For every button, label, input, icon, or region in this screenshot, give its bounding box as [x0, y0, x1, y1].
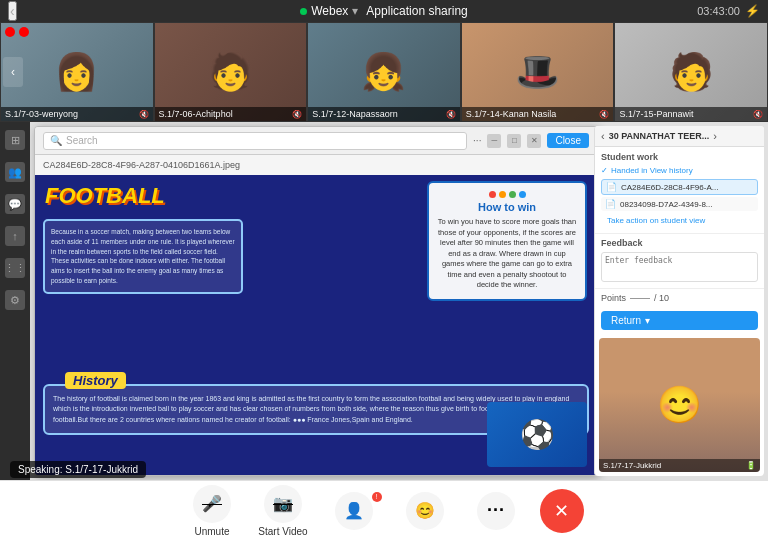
- jukkrid-video-thumb: 😊 S.1/7-17-Jukkrid 🔋: [599, 338, 760, 472]
- points-label: Points: [601, 293, 626, 303]
- more-button-container: ···: [469, 492, 524, 530]
- student-nav: ‹ 30 PANNATHAT TEER... ›: [601, 130, 717, 142]
- search-placeholder: Search: [66, 135, 98, 146]
- end-call-button[interactable]: ✕: [540, 489, 584, 533]
- sidebar-apps-icon[interactable]: ⋮⋮: [5, 258, 25, 278]
- participant-badge: !: [372, 492, 382, 502]
- participants-icon: 👤: [344, 501, 364, 520]
- student-work-label: Student work: [601, 152, 758, 162]
- sidebar-settings-icon[interactable]: ⚙: [5, 290, 25, 310]
- dot-blue: [519, 191, 526, 198]
- how-to-win-box: How to win To win you have to score more…: [427, 181, 587, 301]
- right-panel: ‹ 30 PANNATHAT TEER... › Student work ✓ …: [594, 126, 764, 476]
- student-work-section: Student work ✓ Handed in View history 📄 …: [595, 147, 764, 234]
- video-thumb-3[interactable]: 👧 S.1/7-12-Napassaorn 🔇: [307, 22, 461, 122]
- more-dots-icon: ···: [487, 500, 505, 521]
- mute-icon-1: 🔇: [139, 110, 149, 119]
- points-total: / 10: [654, 293, 669, 303]
- meeting-timer: 03:43:00: [697, 5, 740, 17]
- left-sidebar: ⊞ 👥 💬 ↑ ⋮⋮ ⚙: [0, 122, 30, 480]
- how-to-win-text: To win you have to score more goals than…: [437, 217, 577, 291]
- file-icon-1: 📄: [606, 182, 617, 192]
- participant-5-label: S.1/7-15-Pannawit 🔇: [615, 107, 767, 121]
- jukkrid-battery-icon: 🔋: [746, 461, 756, 470]
- assignment-area: 🔍 Search ··· ─ □ ✕ Close CA284E6D-28C8-4…: [30, 122, 768, 480]
- window-menu-dots[interactable]: ···: [473, 135, 481, 146]
- dot-green: [509, 191, 516, 198]
- mute-icon-4: 🔇: [599, 110, 609, 119]
- next-student-button[interactable]: ›: [713, 130, 717, 142]
- video-strip: ‹ 👩 S.1/7-03-wenyong 🔇 🧑 S.1/7-06-Achitp…: [0, 22, 768, 122]
- history-label: History: [65, 372, 126, 389]
- check-icon: ✓: [601, 166, 608, 175]
- participant-4-avatar: 🎩: [515, 51, 560, 93]
- start-video-button[interactable]: 📷: [264, 485, 302, 523]
- sidebar-home-icon[interactable]: ⊞: [5, 130, 25, 150]
- search-icon: 🔍: [50, 135, 62, 146]
- participant-2-avatar: 🧑: [208, 51, 253, 93]
- participants-button-container: 👤 !: [327, 492, 382, 530]
- start-video-button-container: 📷 Start Video: [256, 485, 311, 537]
- top-bar: ‹ Webex ▾ Application sharing 03:43:00 ⚡: [0, 0, 768, 22]
- participant-5-avatar: 🧑: [669, 51, 714, 93]
- participant-1-avatar: 👩: [54, 51, 99, 93]
- record-dot2: [19, 27, 29, 37]
- participant-3-label: S.1/7-12-Napassaorn 🔇: [308, 107, 460, 121]
- webex-status-dot: [300, 8, 307, 15]
- take-action-link[interactable]: Take action on student view: [601, 213, 758, 228]
- video-thumb-4[interactable]: 🎩 S.1/7-14-Kanan Nasila 🔇: [461, 22, 615, 122]
- speaking-label: Speaking: S.1/7-17-Jukkrid: [10, 461, 146, 478]
- video-thumb-1[interactable]: ‹ 👩 S.1/7-03-wenyong 🔇: [0, 22, 154, 122]
- participant-3-avatar: 👧: [361, 51, 406, 93]
- start-video-label: Start Video: [258, 526, 307, 537]
- unmute-button[interactable]: 🎤: [193, 485, 231, 523]
- reactions-icon: 😊: [415, 501, 435, 520]
- video-thumb-5[interactable]: 🧑 S.1/7-15-Pannawit 🔇: [614, 22, 768, 122]
- sidebar-chat-icon[interactable]: 💬: [5, 194, 25, 214]
- jukkrid-face: 😊: [599, 338, 760, 472]
- webex-label: Webex ▾: [300, 4, 358, 18]
- file-item-2[interactable]: 📄 08234098-D7A2-4349-8...: [601, 197, 758, 211]
- more-button[interactable]: ···: [477, 492, 515, 530]
- maximize-button[interactable]: □: [507, 134, 521, 148]
- how-to-win-title: How to win: [437, 201, 577, 213]
- unmute-label: Unmute: [194, 526, 229, 537]
- video-thumb-2[interactable]: 🧑 S.1/7-06-Achitphol 🔇: [154, 22, 308, 122]
- mute-icon-2: 🔇: [292, 110, 302, 119]
- football-image: ⚽: [487, 402, 587, 467]
- mute-icon-3: 🔇: [446, 110, 456, 119]
- assignment-window: 🔍 Search ··· ─ □ ✕ Close CA284E6D-28C8-4…: [34, 126, 598, 476]
- right-panel-header: ‹ 30 PANNATHAT TEER... ›: [595, 126, 764, 147]
- main-area: ⊞ 👥 💬 ↑ ⋮⋮ ⚙ 🔍 Search ··· ─ □ ✕ Close CA…: [0, 122, 768, 480]
- feedback-section: Feedback: [595, 234, 764, 289]
- prev-student-button[interactable]: ‹: [601, 130, 605, 142]
- participants-button[interactable]: 👤 !: [335, 492, 373, 530]
- viewed-label: ✓ Handed in View history: [601, 166, 758, 175]
- webex-text: Webex: [311, 4, 348, 18]
- assignment-titlebar: 🔍 Search ··· ─ □ ✕ Close: [35, 127, 597, 155]
- mute-icon-5: 🔇: [753, 110, 763, 119]
- record-dot: [5, 27, 15, 37]
- back-button[interactable]: ‹: [8, 1, 17, 21]
- webex-dropdown-icon[interactable]: ▾: [352, 4, 358, 18]
- sidebar-people-icon[interactable]: 👥: [5, 162, 25, 182]
- return-button[interactable]: Return ▾: [601, 311, 758, 330]
- close-share-button[interactable]: Close: [547, 133, 589, 148]
- sidebar-share-icon[interactable]: ↑: [5, 226, 25, 246]
- file-icon-2: 📄: [605, 199, 616, 209]
- video-nav-left[interactable]: ‹: [3, 57, 23, 87]
- minimize-button[interactable]: ─: [487, 134, 501, 148]
- feedback-label: Feedback: [601, 238, 758, 248]
- file-item-1[interactable]: 📄 CA284E6D-28C8-4F96-A...: [601, 179, 758, 195]
- participant-1-label: S.1/7-03-wenyong 🔇: [1, 107, 153, 121]
- search-bar[interactable]: 🔍 Search: [43, 132, 467, 150]
- participant-4-label: S.1/7-14-Kanan Nasila 🔇: [462, 107, 614, 121]
- reactions-button[interactable]: 😊: [406, 492, 444, 530]
- unmute-button-container: 🎤 Unmute: [185, 485, 240, 537]
- intro-text: Because in a soccer match, making betwee…: [51, 227, 235, 286]
- feedback-input[interactable]: [601, 252, 758, 282]
- points-value[interactable]: [630, 298, 650, 299]
- intro-text-box: Because in a soccer match, making betwee…: [43, 219, 243, 294]
- student-name: 30 PANNATHAT TEER...: [609, 131, 710, 141]
- close-button[interactable]: ✕: [527, 134, 541, 148]
